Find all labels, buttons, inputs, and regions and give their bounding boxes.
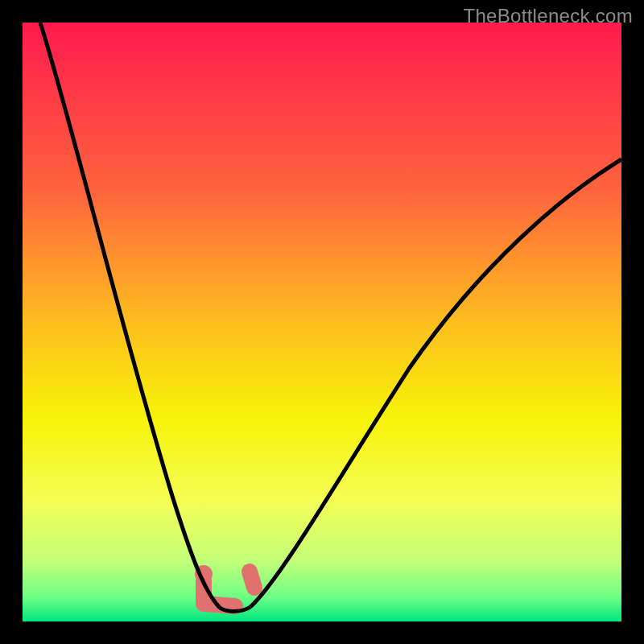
plot-frame: TheBottleneck.com <box>0 0 644 644</box>
plot-background-gradient <box>23 23 621 621</box>
bottleneck-plot <box>23 23 621 621</box>
attribution-label: TheBottleneck.com <box>463 5 633 27</box>
